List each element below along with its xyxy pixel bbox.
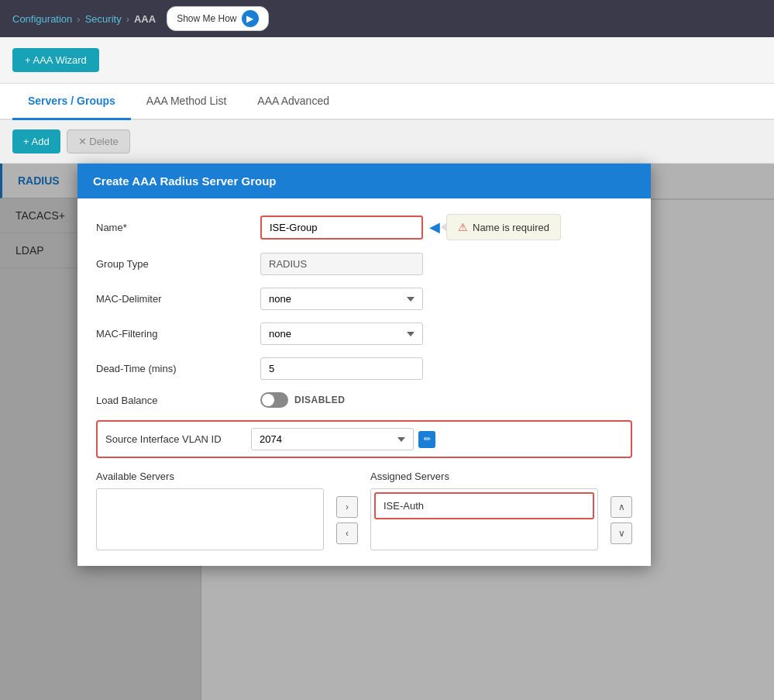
aaa-wizard-button[interactable]: + AAA Wizard (12, 48, 99, 72)
load-balance-status: DISABLED (294, 395, 345, 405)
main-content: RADIUS TACACS+ LDAP Servers Server Group… (0, 164, 774, 700)
create-server-group-modal: Create AAA Radius Server Group Name* ◀ ⚠… (77, 164, 651, 566)
source-interface-label: Source Interface VLAN ID (105, 433, 245, 445)
dead-time-input[interactable] (260, 357, 423, 380)
name-error-tooltip: ⚠ Name is required (446, 214, 561, 240)
load-balance-row: Load Balance DISABLED (96, 392, 632, 408)
load-balance-toggle-container: DISABLED (260, 392, 345, 408)
load-balance-toggle[interactable] (260, 392, 288, 408)
available-servers-list (96, 488, 324, 550)
name-row: Name* ◀ ⚠ Name is required (96, 214, 632, 240)
move-left-button[interactable]: ‹ (336, 522, 358, 544)
nav-sep-2: › (126, 13, 129, 25)
top-nav: Configuration › Security › AAA Show Me H… (0, 0, 774, 37)
load-balance-label: Load Balance (96, 395, 251, 406)
group-type-row: Group Type RADIUS (96, 253, 632, 275)
nav-current: AAA (134, 13, 156, 25)
action-bar: + Add ✕ Delete (0, 120, 774, 164)
dead-time-row: Dead-Time (mins) (96, 357, 632, 380)
nav-sep-1: › (77, 13, 80, 25)
nav-configuration[interactable]: Configuration (12, 13, 72, 25)
assigned-servers-column: Assigned Servers ISE-Auth (370, 471, 598, 550)
show-me-how-label: Show Me How (177, 13, 236, 24)
servers-section: Available Servers › ‹ Assigned Servers (96, 471, 632, 550)
transfer-arrows: › ‹ (336, 471, 358, 550)
name-label: Name* (96, 222, 251, 233)
name-field-wrapper: ◀ ⚠ Name is required (260, 214, 561, 240)
mac-filtering-select[interactable]: none enable (260, 322, 423, 345)
move-up-button[interactable]: ∧ (611, 496, 632, 518)
source-interface-edit-icon[interactable]: ✏ (418, 431, 435, 448)
name-tooltip-arrow: ◀ (429, 219, 440, 236)
main-tab-bar: Servers / Groups AAA Method List AAA Adv… (0, 84, 774, 120)
right-panel: Servers Server Groups Create AAA Radius … (201, 164, 774, 700)
available-servers-label: Available Servers (96, 471, 324, 482)
modal-body: Name* ◀ ⚠ Name is required Group Type (77, 198, 651, 566)
assigned-servers-list: ISE-Auth (370, 488, 598, 550)
mac-delimiter-label: MAC-Delimiter (96, 293, 251, 305)
tab-aaa-method-list[interactable]: AAA Method List (131, 84, 243, 120)
modal-title: Create AAA Radius Server Group (93, 174, 276, 188)
source-interface-wrapper: 2074 2075 2076 ✏ (251, 428, 435, 450)
mac-filtering-label: MAC-Filtering (96, 328, 251, 340)
assigned-server-item-ise-auth[interactable]: ISE-Auth (374, 492, 594, 519)
mac-filtering-row: MAC-Filtering none enable (96, 322, 632, 345)
modal-overlay: Create AAA Radius Server Group Name* ◀ ⚠… (0, 164, 774, 700)
error-icon: ⚠ (458, 221, 468, 233)
source-interface-select[interactable]: 2074 2075 2076 (251, 428, 414, 450)
assigned-servers-label: Assigned Servers (370, 471, 598, 482)
mac-delimiter-select[interactable]: none colon hyphen dot (260, 288, 423, 310)
delete-button: ✕ Delete (67, 129, 130, 153)
group-type-label: Group Type (96, 258, 251, 270)
available-servers-column: Available Servers (96, 471, 324, 550)
tab-servers-groups[interactable]: Servers / Groups (12, 84, 131, 120)
name-input[interactable] (260, 216, 423, 240)
source-interface-row: Source Interface VLAN ID 2074 2075 2076 … (96, 420, 632, 458)
group-type-value: RADIUS (260, 253, 423, 275)
dead-time-label: Dead-Time (mins) (96, 363, 251, 374)
name-error-message: Name is required (473, 222, 549, 233)
modal-header: Create AAA Radius Server Group (77, 164, 651, 198)
tab-aaa-advanced[interactable]: AAA Advanced (242, 84, 345, 120)
mac-delimiter-row: MAC-Delimiter none colon hyphen dot (96, 288, 632, 310)
show-me-how-arrow-icon: ▶ (242, 10, 259, 27)
move-down-button[interactable]: ∨ (611, 522, 632, 544)
nav-security[interactable]: Security (85, 13, 122, 25)
order-arrows: ∧ ∨ (611, 471, 632, 550)
move-right-button[interactable]: › (336, 496, 358, 518)
wizard-bar: + AAA Wizard (0, 37, 774, 84)
show-me-how-button[interactable]: Show Me How ▶ (167, 6, 268, 31)
add-button[interactable]: + Add (12, 129, 60, 153)
